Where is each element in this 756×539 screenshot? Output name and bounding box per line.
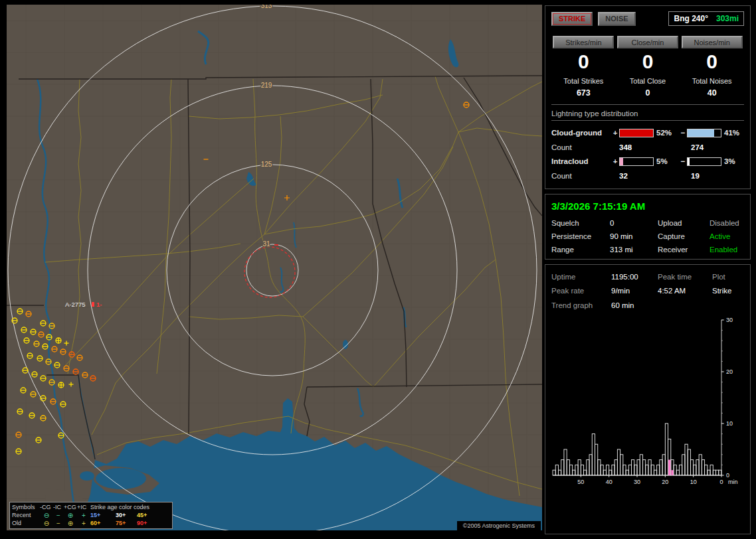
control-panel: STRIKE NOISE Bng 240° 303mi Strikes/min … (545, 5, 751, 534)
trend-bar (606, 465, 609, 475)
legend-cell: -CG (40, 504, 53, 511)
bearing-range-value: 303mi (716, 14, 739, 23)
trend-bar (719, 470, 721, 475)
trend-bar (654, 470, 656, 475)
noises-per-min-button[interactable]: Noises/min (682, 36, 743, 48)
lightning-map: 31321912531A-27751- (7, 5, 542, 530)
trend-bar (688, 449, 690, 475)
cloud-ground-label: Cloud-ground (551, 129, 611, 137)
receiver-label: Receiver (658, 246, 709, 254)
legend-cell: Symbols (12, 504, 40, 511)
trend-bar (634, 465, 637, 475)
uptime-value: 1195:00 (611, 273, 658, 281)
legend-cell: 60+ (90, 520, 116, 527)
trend-graph: 302010050403020100min (551, 317, 745, 489)
legend-cell: − (53, 520, 64, 527)
total-noises-label: Total Noises (692, 77, 732, 85)
trend-bar (657, 465, 660, 475)
trend-bar (601, 465, 603, 475)
squelch-label: Squelch (551, 219, 610, 227)
trend-bar (640, 455, 642, 475)
legend-cell: + (77, 520, 90, 527)
trend-noise-bar (668, 460, 670, 475)
total-close-value: 0 (630, 88, 666, 98)
map-view[interactable]: 31321912531A-27751- Symbols-CG-IC+CG+ICS… (7, 5, 542, 530)
legend-cell: Recent (12, 512, 40, 519)
trend-bar (694, 465, 696, 475)
distribution-title: Lightning type distribution (551, 110, 744, 121)
trend-bar (581, 465, 583, 475)
trend-bar (710, 465, 713, 475)
trend-bar (626, 470, 628, 475)
range-label: Range (551, 246, 610, 254)
cloud-ground-count-row: Count 348 274 (551, 139, 744, 155)
storm-cell-label: A-2775 (65, 301, 86, 308)
trend-bar (690, 460, 693, 475)
storm-cell-tag: 1- (96, 301, 102, 308)
close-per-min-button[interactable]: Close/min (617, 36, 678, 48)
count-label: Count (551, 172, 619, 180)
rate-buttons-row: Strikes/min Close/min Noises/min (551, 36, 744, 48)
legend-cell: ⊕ (64, 512, 77, 519)
trend-bar (674, 465, 676, 475)
ic-negative-pct: 3% (721, 157, 741, 165)
legend-cell: ⊖ (40, 512, 53, 519)
range-value: 313 mi (610, 246, 658, 254)
noise-mode-button[interactable]: NOISE (598, 12, 635, 26)
bearing-label: Bng 240° (674, 14, 708, 23)
legend-cell: -IC (53, 504, 64, 511)
upload-value: Disabled (709, 219, 744, 227)
trend-bar (603, 470, 606, 475)
trend-bar (699, 455, 702, 475)
trend-bar (716, 470, 719, 475)
legend-cell: 15+ (90, 512, 116, 519)
cg-negative-pct: 41% (721, 129, 741, 137)
trend-bar (665, 424, 668, 475)
legend-cell: +IC (77, 504, 90, 511)
map-legend: Symbols-CG-IC+CG+ICStrike age color code… (9, 502, 173, 529)
ic-positive-pct: 5% (654, 157, 679, 165)
trend-bar (628, 465, 631, 475)
trend-y-tick-label: 20 (726, 368, 733, 375)
total-close: Total Close 0 (630, 77, 666, 98)
trend-bar (573, 470, 575, 475)
intracloud-label: Intracloud (551, 157, 611, 165)
strike-marker-icon (58, 382, 64, 388)
ic-positive-count: 32 (619, 172, 691, 180)
total-close-label: Total Close (630, 77, 666, 85)
cg-positive-bar (619, 129, 654, 137)
strike-mode-button[interactable]: STRIKE (551, 12, 593, 26)
bearing-display: Bng 240° 303mi (668, 11, 744, 26)
cg-positive-count: 348 (619, 143, 691, 151)
peak-time-label: Peak time (658, 273, 712, 281)
trend-bar (575, 465, 578, 475)
trend-bar (584, 470, 587, 475)
total-strikes-label: Total Strikes (563, 77, 603, 85)
peak-time-value: 4:52 AM (658, 287, 712, 295)
legend-cell: 30+ (116, 512, 137, 519)
trend-bar (713, 470, 715, 475)
ring-distance-label: 125 (261, 161, 272, 168)
trend-bar (564, 449, 567, 475)
strikes-per-min-value: 0 (578, 50, 589, 72)
close-per-min-value: 0 (642, 50, 654, 72)
receiver-value: Enabled (709, 246, 744, 254)
minus-sign: − (679, 129, 687, 137)
cg-negative-bar (687, 129, 721, 137)
trend-bar (609, 470, 612, 475)
trend-bar (553, 470, 555, 475)
trend-bar (708, 470, 710, 475)
minus-sign: − (679, 157, 687, 165)
trend-bar (623, 465, 626, 475)
strikes-per-min-button[interactable]: Strikes/min (553, 36, 614, 48)
legend-cell: 90+ (137, 520, 157, 527)
trend-bar (569, 465, 572, 475)
squelch-value: 0 (610, 219, 658, 227)
trend-bar (612, 465, 614, 475)
uptime-label: Uptime (551, 273, 611, 281)
trend-bar (567, 460, 569, 475)
stats-panel: STRIKE NOISE Bng 240° 303mi Strikes/min … (545, 5, 751, 189)
trend-window-row: Trend graph 60 min (551, 301, 744, 309)
ic-negative-bar (687, 157, 721, 166)
plot-label: Plot (712, 273, 744, 281)
